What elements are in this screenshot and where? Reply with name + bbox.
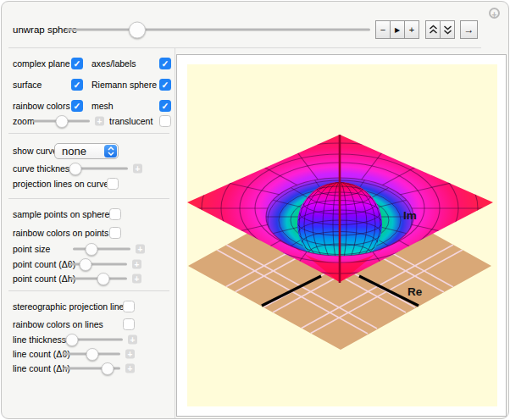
point-count-h-slider-thumb[interactable] — [97, 273, 110, 285]
surface-checkbox[interactable] — [71, 79, 83, 91]
point-size-label: point size — [13, 244, 50, 254]
point-size-stepper-plus[interactable]: + — [136, 245, 145, 254]
line-thickness-slider-thumb[interactable] — [65, 334, 78, 346]
translucent-label: translucent — [109, 116, 152, 126]
line-thickness-label: line thickness — [13, 334, 66, 345]
line-thickness-slider[interactable] — [63, 339, 123, 341]
point-size-slider-thumb[interactable] — [85, 243, 97, 256]
complex-plane-label: complex plane — [13, 58, 70, 69]
sample-points-label: sample points on sphere — [13, 209, 109, 219]
plus-icon: + — [409, 25, 414, 35]
rainbow-colors-label: rainbow colors — [13, 101, 70, 111]
riemann-sphere-checkbox[interactable] — [159, 79, 171, 91]
line-count-h-slider-thumb[interactable] — [102, 362, 114, 375]
options-icon[interactable]: + — [489, 8, 500, 19]
projection-lines-on-curve-label: projection lines on curve — [13, 179, 108, 189]
re-axis-label: Re — [407, 285, 423, 298]
line-count-h-label: line count (Δh) — [13, 363, 70, 373]
line-count-theta-label: line count (Δθ) — [13, 349, 70, 359]
unwrap-sphere-slider-thumb[interactable] — [129, 21, 146, 38]
curve-thickness-slider-thumb[interactable] — [69, 163, 82, 175]
translucent-checkbox[interactable] — [159, 115, 171, 127]
rainbow-lines-label: rainbow colors on lines — [13, 319, 103, 329]
minus-button[interactable]: − — [375, 20, 391, 39]
arrow-right-button[interactable]: → — [460, 20, 478, 39]
arrow-right-icon: → — [464, 24, 474, 36]
show-curve-value: none — [55, 145, 104, 158]
axes-labels-label: axes/labels — [91, 58, 136, 69]
mesh-checkbox[interactable] — [159, 100, 171, 112]
play-icon: ▶ — [395, 26, 400, 34]
complex-plane-checkbox[interactable] — [71, 58, 83, 69]
play-button[interactable]: ▶ — [390, 20, 405, 39]
mesh-label: mesh — [91, 101, 114, 111]
show-curve-dropdown[interactable]: none — [54, 143, 119, 159]
point-count-theta-slider[interactable] — [69, 263, 127, 266]
line-count-h-slider[interactable] — [63, 368, 120, 370]
dropdown-chevrons-icon — [104, 145, 117, 158]
rainbow-lines-checkbox[interactable] — [123, 318, 135, 330]
plus-button[interactable]: + — [404, 20, 419, 39]
point-count-h-stepper-plus[interactable]: + — [132, 274, 141, 284]
curve-thickness-stepper-plus[interactable]: + — [133, 164, 142, 174]
curve-thickness-slider[interactable] — [68, 168, 128, 170]
rainbow-points-checkbox[interactable] — [109, 227, 121, 239]
line-thickness-stepper-plus[interactable]: + — [128, 335, 137, 345]
double-chevron-down-icon — [443, 25, 452, 35]
section-separator — [8, 198, 169, 199]
line-count-theta-slider-thumb[interactable] — [86, 348, 99, 361]
show-curve-label: show curve — [13, 146, 58, 156]
line-count-theta-slider[interactable] — [63, 353, 120, 356]
zoom-stepper-plus[interactable]: + — [95, 117, 104, 126]
manipulate-window: unwrap sphere − ▶ + → + complex plane ax… — [1, 1, 509, 419]
double-chevron-down-button[interactable] — [440, 20, 455, 39]
point-count-h-slider[interactable] — [69, 278, 127, 280]
plot-panel: Im Re — [176, 54, 507, 417]
double-chevron-up-button[interactable] — [425, 20, 441, 39]
line-count-theta-stepper-plus[interactable]: + — [125, 350, 135, 359]
line-count-h-stepper-plus[interactable]: + — [125, 364, 135, 373]
zoom-slider[interactable] — [33, 120, 90, 123]
section-separator — [8, 290, 169, 291]
riemann-sphere-label: Riemann sphere — [91, 80, 157, 90]
rainbow-points-label: rainbow colors on points — [13, 228, 108, 238]
minus-icon: − — [380, 25, 385, 35]
stereo-lines-checkbox[interactable] — [123, 301, 135, 312]
topbar-separator — [8, 47, 481, 48]
double-chevron-up-icon — [429, 25, 438, 35]
projection-lines-on-curve-checkbox[interactable] — [107, 178, 119, 190]
sample-points-checkbox[interactable] — [109, 208, 121, 220]
zoom-slider-thumb[interactable] — [55, 115, 68, 128]
point-size-slider[interactable] — [73, 248, 130, 251]
unwrap-sphere-slider[interactable] — [65, 29, 370, 31]
point-count-theta-slider-thumb[interactable] — [80, 258, 92, 271]
curve-thickness-label: curve thickness — [13, 163, 74, 174]
sidebar-divider — [175, 48, 175, 419]
point-count-h-label: point count (Δh) — [13, 274, 75, 284]
riemann-sphere-3d-plot[interactable]: Im Re — [187, 64, 497, 406]
point-count-theta-stepper-plus[interactable]: + — [132, 260, 141, 269]
im-axis-label: Im — [403, 209, 417, 222]
point-count-theta-label: point count (Δθ) — [13, 259, 75, 269]
stereo-lines-label: stereographic projection lines — [13, 301, 129, 312]
axes-labels-checkbox[interactable] — [159, 58, 171, 69]
rainbow-colors-checkbox[interactable] — [71, 100, 83, 112]
surface-label: surface — [13, 80, 42, 90]
section-separator — [8, 133, 169, 134]
zoom-label: zoom — [13, 116, 35, 126]
